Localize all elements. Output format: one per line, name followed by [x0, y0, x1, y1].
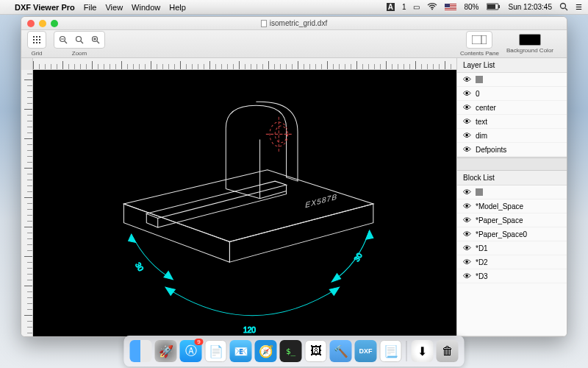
block-list: 👁*Model_Space👁*Paper_Space👁*Paper_Space0… [457, 199, 567, 283]
block-item[interactable]: 👁*D2 [457, 255, 567, 269]
terminal-dock-icon[interactable]: $_ [280, 340, 302, 362]
block-name: *D1 [476, 244, 488, 252]
visibility-column-icon[interactable]: 👁 [463, 75, 471, 84]
layer-item[interactable]: 👁dim [457, 129, 567, 143]
contents-pane-button[interactable] [468, 33, 490, 46]
appstore-badge: 9 [195, 339, 204, 345]
dxf-viewer-dock-icon[interactable]: DXF [355, 340, 377, 362]
adobe-indicator-icon[interactable]: A [387, 3, 395, 11]
eye-icon[interactable]: 👁 [463, 216, 471, 224]
upright-bracket [226, 102, 298, 199]
mail-dock-icon[interactable]: 📧 [230, 340, 252, 362]
block-name: *D3 [476, 272, 488, 280]
panel-divider[interactable] [457, 158, 567, 171]
block-name: *Paper_Space [476, 216, 523, 224]
layer-item[interactable]: 👁0 [457, 87, 567, 101]
layer-item[interactable]: 👁text [457, 115, 567, 129]
block-item[interactable]: 👁*Paper_Space [457, 213, 567, 227]
horizontal-ruler [21, 58, 456, 70]
svg-rect-24 [472, 35, 487, 44]
document-dock-icon[interactable]: 📃 [380, 340, 402, 362]
eye-icon[interactable]: 👁 [463, 145, 471, 154]
file-menu[interactable]: File [84, 3, 97, 12]
titlebar[interactable]: isometric_grid.dxf [21, 17, 567, 30]
app-menu[interactable]: DXF Viewer Pro [15, 3, 75, 12]
side-panel: Layer List 👁 👁0👁center👁text👁dim👁Defpoint… [456, 58, 567, 336]
contents-pane-label: Contents Pane [460, 50, 499, 57]
svg-point-11 [39, 39, 40, 40]
svg-point-12 [33, 42, 35, 43]
ruler-h-track[interactable] [33, 58, 456, 69]
svg-marker-31 [164, 272, 173, 280]
color-column-icon[interactable] [476, 188, 483, 196]
eye-icon[interactable]: 👁 [463, 131, 471, 140]
vertical-ruler[interactable] [21, 70, 33, 337]
textedit-dock-icon[interactable]: 📄 [205, 340, 227, 362]
eye-icon[interactable]: 👁 [463, 230, 471, 238]
layer-item[interactable]: 👁center [457, 101, 567, 115]
svg-point-14 [39, 42, 40, 43]
grid-button[interactable] [29, 33, 44, 46]
eye-icon[interactable]: 👁 [463, 258, 471, 266]
layer-name: 0 [476, 90, 480, 98]
eye-icon[interactable]: 👁 [463, 202, 471, 210]
zoom-out-button[interactable] [56, 33, 71, 46]
layer-panel-toolbar: 👁 [457, 73, 567, 87]
eye-icon[interactable]: 👁 [463, 117, 471, 126]
safari-dock-icon[interactable]: 🧭 [255, 340, 277, 362]
minimize-button[interactable] [39, 20, 46, 27]
block-item[interactable]: 👁*Paper_Space0 [457, 227, 567, 241]
eye-icon[interactable]: 👁 [463, 244, 471, 252]
block-panel-toolbar: 👁 [457, 185, 567, 199]
svg-marker-32 [366, 230, 373, 239]
eye-icon[interactable]: 👁 [463, 103, 471, 112]
layer-panel: Layer List 👁 👁0👁center👁text👁dim👁Defpoint… [457, 58, 567, 158]
zoom-label: Zoom [72, 50, 87, 57]
zoom-fit-button[interactable] [72, 33, 87, 46]
zoom-in-button[interactable] [88, 33, 103, 46]
svg-rect-2 [487, 4, 495, 9]
block-item[interactable]: 👁*D1 [457, 241, 567, 255]
maximize-button[interactable] [51, 20, 58, 27]
svg-marker-34 [165, 287, 175, 295]
help-menu[interactable]: Help [169, 3, 186, 12]
block-name: *Model_Space [476, 202, 523, 210]
background-color-button[interactable] [519, 34, 541, 46]
grid-label: Grid [31, 50, 42, 57]
dim-bottom-text: 120 [243, 326, 256, 334]
wifi-icon[interactable] [427, 3, 437, 12]
eye-icon[interactable]: 👁 [463, 89, 471, 98]
display-icon[interactable]: ▭ [413, 3, 420, 11]
preview-dock-icon[interactable]: 🖼 [305, 340, 327, 362]
view-menu[interactable]: View [105, 3, 123, 12]
visibility-column-icon[interactable]: 👁 [463, 188, 471, 197]
color-column-icon[interactable] [476, 76, 483, 83]
finder-dock-icon[interactable] [130, 340, 152, 362]
content-area: EX587B 30 30 [21, 58, 567, 336]
block-item[interactable]: 👁*Model_Space [457, 199, 567, 213]
downloads-dock-icon[interactable]: ⬇ [412, 340, 434, 362]
close-button[interactable] [27, 20, 35, 27]
ruler-corner [21, 58, 33, 70]
eye-icon[interactable]: 👁 [463, 272, 471, 280]
trash-dock-icon[interactable]: 🗑 [437, 340, 459, 362]
grid-tool-group: Grid [27, 31, 46, 57]
clock[interactable]: Sun 12:03:45 [509, 3, 553, 11]
svg-point-6 [33, 36, 35, 38]
svg-marker-35 [329, 287, 339, 295]
spotlight-icon[interactable] [559, 2, 568, 13]
svg-marker-33 [331, 274, 340, 282]
battery-icon[interactable] [487, 3, 501, 12]
appstore-dock-icon[interactable]: Ⓐ9 [180, 340, 202, 362]
layer-item[interactable]: 👁Defpoints [457, 143, 567, 157]
launchpad-dock-icon[interactable]: 🚀 [155, 340, 177, 362]
block-name: *D2 [476, 258, 488, 266]
notification-center-icon[interactable]: ☰ [576, 3, 582, 11]
drawing-canvas[interactable]: EX587B 30 30 [33, 70, 456, 337]
xcode-dock-icon[interactable]: 🔨 [330, 340, 352, 362]
window-menu[interactable]: Window [132, 3, 160, 12]
input-flag-icon[interactable] [445, 4, 456, 11]
dock: 🚀 Ⓐ9 📄 📧 🧭 $_ 🖼 🔨 DXF 📃 ⬇ 🗑 [124, 336, 465, 367]
block-item[interactable]: 👁*D3 [457, 269, 567, 283]
main-window: isometric_grid.dxf Grid [21, 16, 567, 337]
